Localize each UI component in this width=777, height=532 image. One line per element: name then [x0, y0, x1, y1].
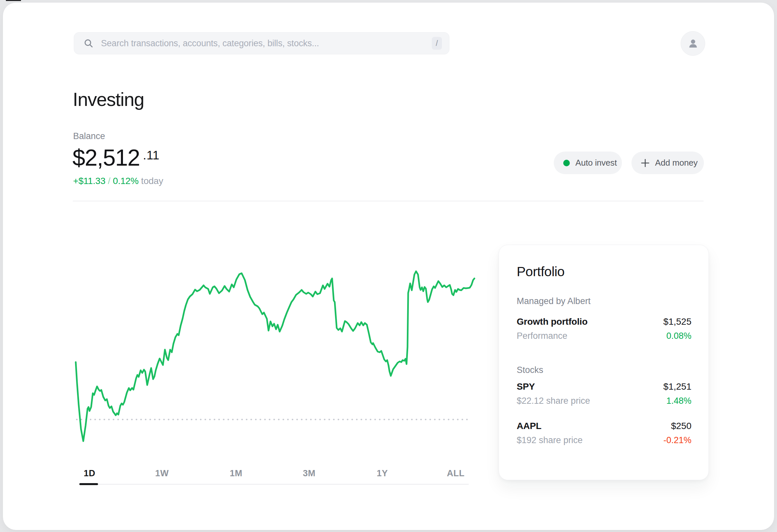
stock-change: 1.48% [666, 396, 691, 406]
page-title: Investing [73, 89, 144, 110]
auto-invest-button[interactable]: Auto invest [554, 151, 622, 174]
avatar-button[interactable] [681, 31, 705, 56]
search-input[interactable]: Search transactions, accounts, categorie… [74, 32, 449, 55]
performance-label: Performance [517, 331, 567, 341]
balance-amount: $2,512 .11 [73, 146, 159, 169]
app-window: Search transactions, accounts, categorie… [3, 3, 774, 530]
change-suffix: today [141, 176, 163, 186]
stocks-section-label: Stocks [517, 365, 543, 375]
stock-row-spy[interactable]: SPY $1,251 [517, 382, 691, 392]
plus-icon [640, 158, 650, 168]
active-tab-indicator [79, 483, 98, 485]
growth-portfolio-name: Growth portfolio [517, 317, 587, 327]
search-shortcut-badge: / [432, 37, 442, 50]
stock-detail-aapl: $192 share price -0.21% [517, 435, 691, 445]
tab-all[interactable]: ALL [447, 468, 464, 478]
stock-symbol: SPY [517, 382, 535, 392]
add-money-label: Add money [655, 158, 698, 168]
tab-1d[interactable]: 1D [84, 468, 95, 478]
stock-share-price: $22.12 share price [517, 396, 590, 406]
screen: Search transactions, accounts, categorie… [0, 0, 777, 532]
user-icon [687, 37, 699, 50]
performance-value: 0.08% [666, 331, 691, 341]
tab-1w[interactable]: 1W [155, 468, 169, 478]
growth-portfolio-row[interactable]: Growth portfolio $1,525 [517, 317, 691, 327]
auto-invest-label: Auto invest [575, 158, 617, 168]
change-percent: 0.12% [113, 176, 138, 186]
tab-1m[interactable]: 1M [230, 468, 243, 478]
section-divider [73, 201, 703, 201]
tab-3m[interactable]: 3M [303, 468, 316, 478]
balance-dollars: $2,512 [73, 146, 140, 169]
auto-invest-status-dot [563, 160, 570, 166]
stock-row-aapl[interactable]: AAPL $250 [517, 421, 691, 431]
stock-change: -0.21% [663, 435, 691, 445]
tab-track [78, 484, 469, 485]
portfolio-subtitle: Managed by Albert [517, 296, 590, 306]
growth-portfolio-value: $1,525 [663, 317, 691, 327]
stock-detail-spy: $22.12 share price 1.48% [517, 396, 691, 406]
change-amount: +$11.33 [73, 176, 106, 186]
search-placeholder: Search transactions, accounts, categorie… [101, 38, 319, 48]
stock-value: $250 [671, 421, 691, 431]
stock-share-price: $192 share price [517, 435, 583, 445]
top-edge-artifact [6, 0, 21, 1]
balance-cents: .11 [143, 148, 159, 163]
change-separator: / [108, 176, 113, 186]
balance-chart-region[interactable] [69, 259, 481, 453]
performance-row: Performance 0.08% [517, 331, 691, 341]
balance-change: +$11.33 / 0.12% today [73, 176, 163, 186]
stock-symbol: AAPL [517, 421, 541, 431]
portfolio-title: Portfolio [517, 264, 565, 280]
range-tabs: 1D 1W 1M 3M 1Y ALL [74, 468, 469, 483]
add-money-button[interactable]: Add money [632, 151, 704, 174]
tab-1y[interactable]: 1Y [377, 468, 388, 478]
search-icon [83, 38, 94, 48]
balance-label: Balance [73, 131, 105, 141]
stock-value: $1,251 [663, 382, 691, 392]
portfolio-card: Portfolio Managed by Albert Growth portf… [498, 245, 709, 480]
